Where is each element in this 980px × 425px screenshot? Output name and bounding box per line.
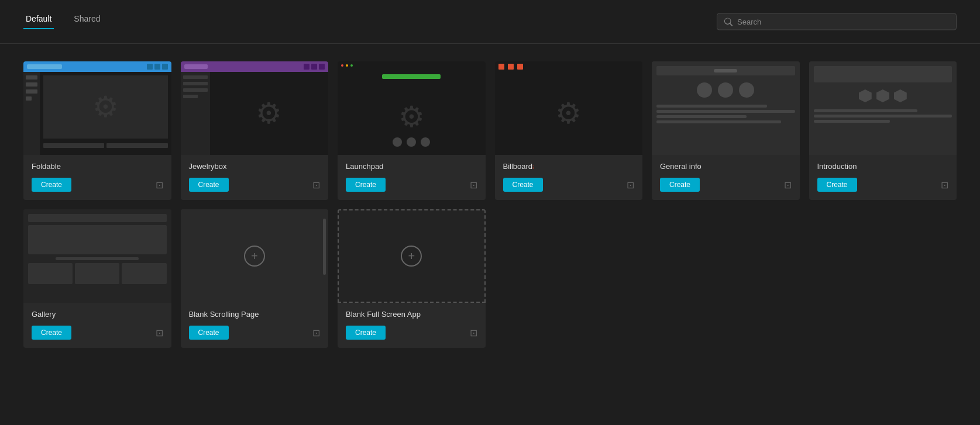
card-title-jewelrybox: Jewelrybox	[189, 162, 321, 171]
tab-shared[interactable]: Shared	[71, 14, 102, 29]
card-title-general-info: General info	[660, 162, 792, 171]
card-actions-foldable: Create ⊡	[32, 178, 163, 192]
card-gallery: Gallery Create ⊡	[23, 209, 171, 348]
gear-icon-jb: ⚙	[256, 96, 282, 130]
tab-default[interactable]: Default	[23, 14, 54, 29]
card-general-info: General info Create ⊡	[652, 61, 800, 200]
preview-blank-fullscreen: +	[338, 209, 486, 303]
card-introduction: Introduction Create ⊡	[809, 61, 957, 200]
card-foldable: ⚙ Foldable Create ⊡	[23, 61, 171, 200]
preview-foldable: ⚙	[23, 61, 171, 155]
preview-blank-scrolling: +	[181, 209, 329, 303]
card-launchpad: ⚙ Launchpad Create ⊡	[338, 61, 486, 200]
card-billboard: ⚙ Billboardᵢ Create ⊡	[495, 61, 643, 200]
tab-bar: Default Shared	[23, 14, 103, 29]
template-grid-row1: ⚙ Foldable Create ⊡	[23, 61, 957, 200]
add-icon: +	[244, 246, 265, 267]
create-button-foldable[interactable]: Create	[32, 178, 71, 192]
card-title-billboard: Billboardᵢ	[503, 162, 635, 171]
card-blank-fullscreen: + Blank Full Screen App Create ⊡	[338, 209, 486, 348]
preview-icon-blank-scrolling[interactable]: ⊡	[312, 327, 320, 338]
search-bar	[717, 13, 957, 30]
preview-billboard: ⚙	[495, 61, 643, 155]
preview-icon-launchpad[interactable]: ⊡	[470, 179, 477, 191]
preview-icon-general-info[interactable]: ⊡	[784, 179, 792, 191]
card-title-foldable: Foldable	[32, 162, 163, 171]
preview-icon-foldable[interactable]: ⊡	[156, 179, 163, 191]
header: Default Shared	[0, 0, 980, 44]
create-button-billboard[interactable]: Create	[503, 178, 543, 192]
search-icon	[724, 18, 733, 26]
card-actions-introduction: Create ⊡	[817, 178, 949, 192]
card-actions-general-info: Create ⊡	[660, 178, 792, 192]
preview-icon-blank-fullscreen[interactable]: ⊡	[470, 327, 477, 338]
gear-icon: ⚙	[92, 90, 119, 124]
preview-gallery	[23, 209, 171, 303]
card-blank-scrolling: + Blank Scrolling Page Create ⊡	[181, 209, 329, 348]
preview-general-info	[652, 61, 800, 155]
create-button-introduction[interactable]: Create	[817, 178, 857, 192]
gear-icon-bb: ⚙	[555, 96, 582, 130]
preview-introduction	[809, 61, 957, 155]
card-actions-launchpad: Create ⊡	[346, 178, 477, 192]
card-actions-gallery: Create ⊡	[32, 326, 163, 340]
card-actions-billboard: Create ⊡	[503, 178, 635, 192]
create-button-jewelrybox[interactable]: Create	[189, 178, 229, 192]
card-actions-jewelrybox: Create ⊡	[189, 178, 321, 192]
card-title-blank-scrolling: Blank Scrolling Page	[189, 310, 321, 319]
create-button-launchpad[interactable]: Create	[346, 178, 386, 192]
card-jewelrybox: ⚙ Jewelrybox Create ⊡	[181, 61, 329, 200]
preview-icon-jewelrybox[interactable]: ⊡	[312, 179, 320, 191]
gear-icon-lp: ⚙	[398, 100, 425, 134]
card-title-launchpad: Launchpad	[346, 162, 477, 171]
create-button-gallery[interactable]: Create	[32, 326, 71, 340]
create-button-blank-fullscreen[interactable]: Create	[346, 326, 386, 340]
card-title-gallery: Gallery	[32, 310, 163, 319]
card-actions-blank-fullscreen: Create ⊡	[346, 326, 477, 340]
preview-icon-gallery[interactable]: ⊡	[156, 327, 163, 338]
create-button-general-info[interactable]: Create	[660, 178, 700, 192]
card-actions-blank-scrolling: Create ⊡	[189, 326, 321, 340]
card-title-blank-fullscreen: Blank Full Screen App	[346, 310, 477, 319]
card-title-introduction: Introduction	[817, 162, 949, 171]
preview-jewelrybox: ⚙	[181, 61, 329, 155]
search-input[interactable]	[737, 18, 949, 26]
create-button-blank-scrolling[interactable]: Create	[189, 326, 229, 340]
content: ⚙ Foldable Create ⊡	[0, 44, 980, 365]
preview-icon-introduction[interactable]: ⊡	[941, 179, 948, 191]
preview-launchpad: ⚙	[338, 61, 486, 155]
add-icon-fs: +	[401, 246, 422, 267]
template-grid-row2: Gallery Create ⊡ + Blank Scrolling Page …	[23, 209, 957, 348]
preview-icon-billboard[interactable]: ⊡	[627, 179, 634, 191]
